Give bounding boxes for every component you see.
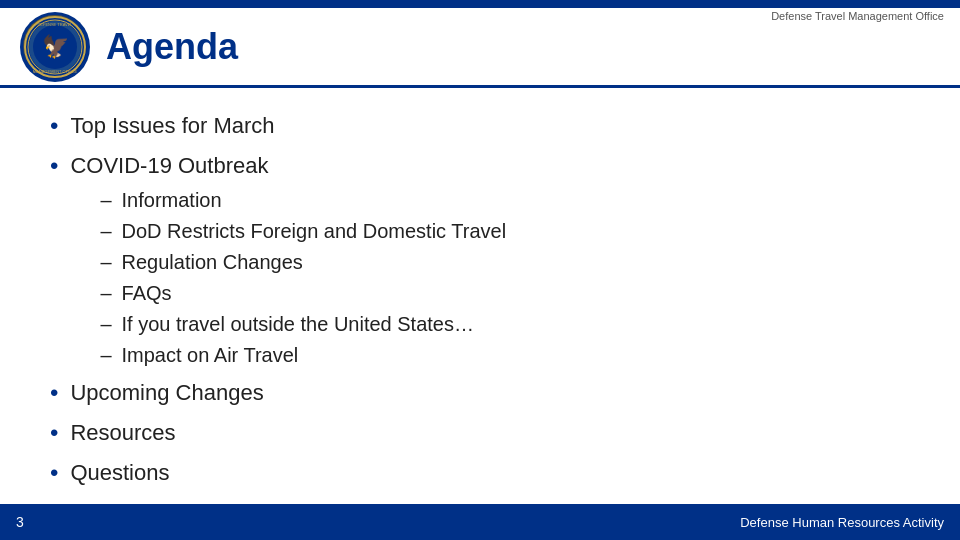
sub-item-3: – Regulation Changes [100,247,506,278]
sub-item-1: – Information [100,185,506,216]
top-right-label: Defense Travel Management Office [771,10,944,22]
top-bar [0,0,960,8]
sub-item-5: – If you travel outside the United State… [100,309,506,340]
list-item-4: • Resources [50,415,910,451]
bullet-dot-2: • [50,148,58,184]
sub-bullet-list: – Information – DoD Restricts Foreign an… [100,185,506,371]
bullet-dot-5: • [50,455,58,491]
bullet-text-4: Resources [70,415,175,450]
bullet-text-2: COVID-19 Outbreak [70,153,268,178]
list-item-1: • Top Issues for March [50,108,910,144]
sub-dash-5: – [100,309,111,340]
bullet-dot-1: • [50,108,58,144]
sub-text-3: Regulation Changes [122,247,303,278]
sub-text-6: Impact on Air Travel [122,340,299,371]
sub-item-6: – Impact on Air Travel [100,340,506,371]
footer-right-text: Defense Human Resources Activity [740,515,944,530]
seal-svg: 🦅 DEFENSE TRAVEL MANAGEMENT OFFICE [24,16,86,78]
svg-text:🦅: 🦅 [42,33,70,60]
sub-text-5: If you travel outside the United States… [122,309,474,340]
svg-text:DEFENSE TRAVEL: DEFENSE TRAVEL [37,22,73,27]
bullet-text-5: Questions [70,455,169,490]
logo: 🦅 DEFENSE TRAVEL MANAGEMENT OFFICE [20,12,90,82]
page-title: Agenda [106,26,238,68]
sub-dash-4: – [100,278,111,309]
sub-dash-1: – [100,185,111,216]
sub-text-1: Information [122,185,222,216]
sub-dash-3: – [100,247,111,278]
list-item-3: • Upcoming Changes [50,375,910,411]
bullet-dot-3: • [50,375,58,411]
bullet-text-3: Upcoming Changes [70,375,263,410]
sub-text-2: DoD Restricts Foreign and Domestic Trave… [122,216,507,247]
svg-text:MANAGEMENT OFFICE: MANAGEMENT OFFICE [33,69,78,74]
bottom-bar: 3 Defense Human Resources Activity [0,504,960,540]
bullet-dot-4: • [50,415,58,451]
sub-dash-6: – [100,340,111,371]
list-item-5: • Questions [50,455,910,491]
sub-item-2: – DoD Restricts Foreign and Domestic Tra… [100,216,506,247]
page-number: 3 [16,514,24,530]
bullet-text-1: Top Issues for March [70,108,274,143]
main-content: • Top Issues for March • COVID-19 Outbre… [0,88,960,504]
main-bullet-list: • Top Issues for March • COVID-19 Outbre… [50,108,910,491]
sub-item-4: – FAQs [100,278,506,309]
list-item-2: • COVID-19 Outbreak – Information – DoD … [50,148,910,371]
sub-text-4: FAQs [122,278,172,309]
sub-dash-2: – [100,216,111,247]
